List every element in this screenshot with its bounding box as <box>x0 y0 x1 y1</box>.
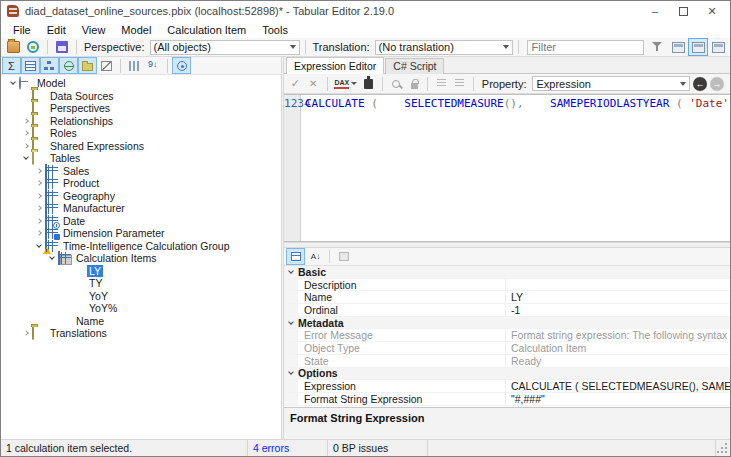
show-hierarchies-icon[interactable] <box>41 58 58 73</box>
deploy-icon[interactable] <box>4 39 22 55</box>
tree-item-data-sources[interactable]: Data Sources <box>1 90 281 103</box>
property-select[interactable]: Expression <box>532 76 690 91</box>
menu-item-tools[interactable]: Tools <box>254 23 296 37</box>
filter-funnel-icon[interactable] <box>649 39 667 55</box>
save-icon[interactable] <box>53 39 71 55</box>
menu-item-model[interactable]: Model <box>113 23 159 37</box>
errors-link[interactable]: 4 errors <box>253 442 289 454</box>
accept-icon[interactable] <box>288 76 303 92</box>
filter-input[interactable] <box>527 40 644 55</box>
find-icon[interactable] <box>389 76 404 92</box>
chevron-right-icon[interactable] <box>20 144 32 148</box>
property-value[interactable]: LY <box>506 291 730 303</box>
resize-grip[interactable] <box>716 440 730 456</box>
nav-forward-icon[interactable]: → <box>710 77 724 91</box>
tree-item-model[interactable]: Model <box>1 77 281 90</box>
translation-select[interactable]: (No translation) <box>375 40 513 55</box>
sort-az-icon[interactable] <box>307 249 324 264</box>
chevron-right-icon[interactable] <box>33 219 45 223</box>
minimize-icon[interactable] <box>649 5 661 17</box>
show-columns-icon[interactable] <box>22 58 39 73</box>
perspective-select[interactable]: (All objects) <box>150 40 300 55</box>
chevron-down-icon[interactable] <box>20 157 32 159</box>
tree-item-tables[interactable]: Tables <box>1 152 281 165</box>
property-description-title: Format String Expression <box>290 412 724 424</box>
dax-code-editor[interactable]: 1234 CALCULATE ( SELECTEDMEASURE(), SAME… <box>284 94 730 242</box>
tree-item-name[interactable]: Name <box>1 315 281 328</box>
close-icon[interactable] <box>706 5 718 18</box>
nav-back-icon[interactable]: ← <box>693 77 707 91</box>
property-value[interactable]: CALCULATE ( SELECTEDMEASURE(), SAMEPERIO… <box>506 380 730 392</box>
tree-item-shared-expressions[interactable]: Shared Expressions <box>1 140 281 153</box>
menu-item-calculation-item[interactable]: Calculation Item <box>159 23 254 37</box>
show-translations-icon[interactable] <box>60 58 77 73</box>
show-hidden-objects-icon[interactable] <box>98 58 115 73</box>
tree-item-dimension-parameter[interactable]: Dimension Parameter <box>1 227 281 240</box>
tree-item-date[interactable]: Date <box>1 215 281 228</box>
categorized-icon[interactable] <box>287 249 304 264</box>
chevron-right-icon[interactable] <box>33 231 45 235</box>
chevron-right-icon[interactable] <box>33 206 45 210</box>
flat-view-icon[interactable] <box>669 39 687 55</box>
property-category-metadata[interactable]: Metadata <box>284 317 730 330</box>
property-category-options[interactable]: Options <box>284 368 730 381</box>
menu-item-view[interactable]: View <box>74 23 114 37</box>
tree-view-icon[interactable] <box>689 39 707 55</box>
tree-item-product[interactable]: Product <box>1 177 281 190</box>
chevron-down-icon[interactable] <box>7 82 19 84</box>
property-row-ordinal[interactable]: Ordinal-1 <box>284 304 730 317</box>
tree-item-roles[interactable]: Roles <box>1 127 281 140</box>
tree-item-yoy[interactable]: YoY <box>1 290 281 303</box>
menu-item-edit[interactable]: Edit <box>39 23 74 37</box>
chevron-right-icon[interactable] <box>33 169 45 173</box>
tree-item-manufacturer[interactable]: Manufacturer <box>1 202 281 215</box>
tree-item-calculation-items[interactable]: Calculation Items <box>1 252 281 265</box>
tree-item-geography[interactable]: Geography <box>1 190 281 203</box>
property-row-expression[interactable]: ExpressionCALCULATE ( SELECTEDMEASURE(),… <box>284 380 730 393</box>
details-view-icon[interactable] <box>709 39 727 55</box>
filter-objects-icon[interactable] <box>173 58 190 73</box>
indent-icon[interactable] <box>452 76 467 92</box>
chevron-right-icon[interactable] <box>33 181 45 185</box>
property-row-format-string-expression[interactable]: Format String Expression"#,###" <box>284 393 730 406</box>
menu-item-file[interactable]: File <box>5 23 39 37</box>
chevron-down-icon[interactable] <box>284 368 298 380</box>
chevron-down-icon[interactable] <box>46 257 58 259</box>
ink-icon[interactable] <box>361 76 376 92</box>
refresh-icon[interactable] <box>24 39 42 55</box>
property-value[interactable]: -1 <box>506 304 730 316</box>
property-category-basic[interactable]: Basic <box>284 266 730 279</box>
tab-expression-editor[interactable]: Expression Editor <box>286 57 384 74</box>
tree-item-sales[interactable]: Sales <box>1 165 281 178</box>
cancel-icon[interactable] <box>306 76 321 92</box>
tree-item-perspectives[interactable]: Perspectives <box>1 102 281 115</box>
property-row-error-message[interactable]: Error MessageFormat string expression: T… <box>284 329 730 342</box>
column-view-icon[interactable] <box>126 58 143 73</box>
property-row-object-type[interactable]: Object TypeCalculation Item <box>284 342 730 355</box>
chevron-right-icon[interactable] <box>20 331 32 335</box>
show-display-folders-icon[interactable] <box>79 58 96 73</box>
property-value[interactable]: "#,###" <box>506 393 730 405</box>
dax-formatter-icon[interactable]: DAX <box>333 76 358 92</box>
tree-item-time-intelligence-calculation-group[interactable]: Time-Intelligence Calculation Group <box>1 240 281 253</box>
chevron-right-icon[interactable] <box>33 194 45 198</box>
lock-icon[interactable] <box>407 76 422 92</box>
property-row-description[interactable]: Description <box>284 279 730 292</box>
chevron-right-icon[interactable] <box>20 119 32 123</box>
show-measures-icon[interactable]: Σ <box>3 58 20 73</box>
tree-item-relationships[interactable]: Relationships <box>1 115 281 128</box>
tree-item-ly[interactable]: LY <box>1 265 281 278</box>
property-row-state[interactable]: StateReady <box>284 355 730 368</box>
tab-c-script[interactable]: C# Script <box>385 58 444 74</box>
table-calc-icon <box>45 227 58 239</box>
sort-alphabetically-icon[interactable] <box>145 58 162 73</box>
maximize-icon[interactable] <box>679 7 688 16</box>
tree-item-yoy[interactable]: YoY% <box>1 302 281 315</box>
chevron-down-icon[interactable] <box>284 266 298 278</box>
property-row-name[interactable]: NameLY <box>284 291 730 304</box>
outdent-icon[interactable] <box>434 76 449 92</box>
tree-item-ty[interactable]: TY <box>1 277 281 290</box>
chevron-down-icon[interactable] <box>284 317 298 329</box>
chevron-right-icon[interactable] <box>20 131 32 135</box>
tree-item-translations[interactable]: Translations <box>1 327 281 340</box>
